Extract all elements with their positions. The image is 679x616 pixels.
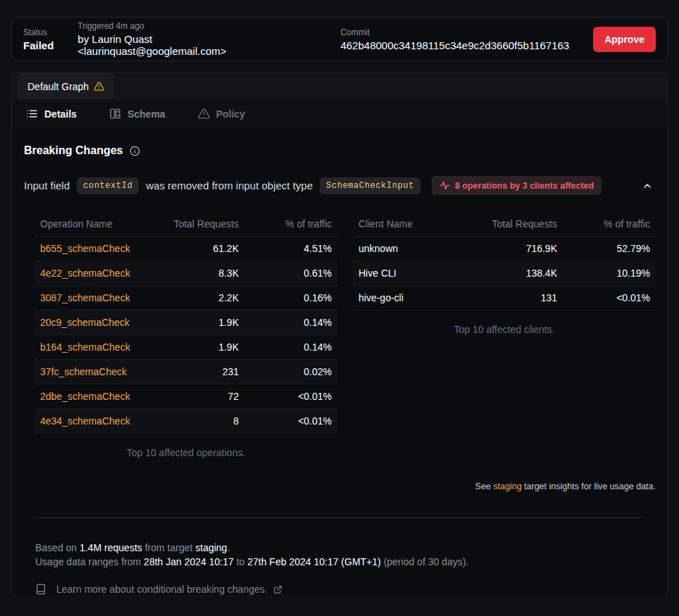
list-icon xyxy=(26,108,38,120)
usage-tables: Operation Name Total Requests % of traff… xyxy=(24,212,656,458)
table-row: 20c9_schemaCheck 1.9K 0.14% xyxy=(35,310,337,335)
requests-cell: 8 xyxy=(160,409,244,434)
traffic-cell: 0.16% xyxy=(244,286,337,310)
change-type-code: SchemaCheckInput xyxy=(320,177,421,194)
see-text-pre: See xyxy=(475,482,491,491)
traffic-cell: 4.51% xyxy=(244,237,337,261)
breaking-change-row[interactable]: Input field contextId was removed from i… xyxy=(24,176,656,195)
change-text-middle: was removed from input object type xyxy=(146,180,313,191)
operations-column: Operation Name Total Requests % of traff… xyxy=(35,212,337,458)
col-traffic: % of traffic xyxy=(563,212,656,237)
operations-header-row: Operation Name Total Requests % of traff… xyxy=(35,212,337,237)
chevron-up-icon[interactable] xyxy=(642,180,653,191)
requests-cell: 1.9K xyxy=(160,335,244,360)
col-client-name: Client Name xyxy=(353,212,478,237)
tab-policy[interactable]: Policy xyxy=(198,108,245,120)
breaking-changes-header: Breaking Changes xyxy=(24,144,656,157)
tab-default-graph[interactable]: Default Graph xyxy=(18,73,114,99)
triggered-label: Triggered 4m ago xyxy=(77,21,299,31)
change-field-code: contextId xyxy=(77,177,139,194)
traffic-cell: 10.19% xyxy=(563,261,656,286)
affected-operations-badge[interactable]: 8 operations by 3 clients affected xyxy=(432,176,602,195)
table-row: b655_schemaCheck 61.2K 4.51% xyxy=(35,237,337,261)
traffic-cell: 0.61% xyxy=(244,261,337,286)
tab-policy-label: Policy xyxy=(216,108,245,120)
col-traffic: % of traffic xyxy=(244,212,337,237)
range-to-text: to xyxy=(237,556,245,567)
schema-icon xyxy=(109,108,121,120)
operation-link[interactable]: 4e22_schemaCheck xyxy=(40,268,130,279)
info-circle-icon xyxy=(130,146,140,156)
operation-link[interactable]: b655_schemaCheck xyxy=(40,243,130,254)
operation-link[interactable]: 2dbe_schemaCheck xyxy=(40,391,130,402)
see-text-post: target insights for live usage data. xyxy=(524,482,656,491)
range-end-date: 27th Feb 2024 10:17 (GMT+1) xyxy=(247,556,381,567)
date-range-line: Usage data ranges from 28th Jan 2024 10:… xyxy=(35,555,656,569)
graph-tabstrip: Default Graph xyxy=(12,73,667,99)
breaking-changes-title: Breaking Changes xyxy=(24,144,123,157)
table-row: 4e34_schemaCheck 8 <0.01% xyxy=(35,409,337,434)
clients-note: Top 10 affected clients. xyxy=(353,324,656,335)
table-row: 4e22_schemaCheck 8.3K 0.61% xyxy=(35,261,337,286)
triggered-block: Triggered 4m ago by Laurin Quast <laurin… xyxy=(77,21,299,57)
learn-more-label: Learn more about conditional breaking ch… xyxy=(56,584,268,595)
clients-header-row: Client Name Total Requests % of traffic xyxy=(353,212,656,237)
requests-cell: 231 xyxy=(160,360,244,384)
change-text-prefix: Input field xyxy=(24,180,70,191)
table-row: hive-go-cli 131 <0.01% xyxy=(353,286,656,310)
range-text-pre: Usage data ranges from xyxy=(35,556,141,567)
operations-table: Operation Name Total Requests % of traff… xyxy=(35,212,337,434)
col-total-requests: Total Requests xyxy=(160,212,244,237)
col-operation-name: Operation Name xyxy=(35,212,160,237)
col-total-requests: Total Requests xyxy=(478,212,563,237)
client-name-cell: Hive CLI xyxy=(353,261,478,286)
commit-label: Commit xyxy=(340,27,569,37)
table-row: unknown 716.9K 52.79% xyxy=(353,237,656,261)
status-block: Status Failed xyxy=(23,27,54,51)
table-row: 2dbe_schemaCheck 72 <0.01% xyxy=(35,384,337,409)
section-tabs: Details Schema xyxy=(12,99,667,128)
requests-cell: 716.9K xyxy=(478,237,563,261)
learn-more-link[interactable]: Learn more about conditional breaking ch… xyxy=(35,584,656,595)
requests-count: 1.4M requests xyxy=(80,542,142,553)
tab-details-label: Details xyxy=(44,108,77,120)
top-bar: Status Failed Triggered 4m ago by Laurin… xyxy=(11,17,668,61)
approve-button[interactable]: Approve xyxy=(593,27,656,52)
requests-cell: 8.3K xyxy=(160,261,244,286)
based-on-line: Based on 1.4M requests from target stagi… xyxy=(35,541,656,555)
range-start-date: 28th Jan 2024 10:17 xyxy=(144,556,234,567)
affected-badge-label: 8 operations by 3 clients affected xyxy=(455,181,594,191)
period-dot: . xyxy=(227,542,230,553)
requests-cell: 1.9K xyxy=(160,310,244,335)
based-on-text: Based on xyxy=(35,542,77,553)
tab-details[interactable]: Details xyxy=(26,108,77,120)
external-link-icon xyxy=(273,585,282,594)
pulse-icon xyxy=(440,180,450,191)
requests-cell: 61.2K xyxy=(160,237,244,261)
operation-link[interactable]: 4e34_schemaCheck xyxy=(40,415,130,427)
operation-link[interactable]: 3087_schemaCheck xyxy=(40,292,130,303)
staging-target-link[interactable]: staging xyxy=(493,482,521,491)
table-row: 3087_schemaCheck 2.2K 0.16% xyxy=(35,286,337,310)
main-panel: Default Graph Details xyxy=(11,73,668,595)
book-icon xyxy=(35,584,46,595)
client-name-cell: hive-go-cli xyxy=(353,286,478,310)
traffic-cell: 0.14% xyxy=(244,310,337,335)
traffic-cell: <0.01% xyxy=(244,409,337,434)
operation-link[interactable]: b164_schemaCheck xyxy=(40,341,130,353)
tab-schema-label: Schema xyxy=(127,108,166,120)
alert-triangle-icon xyxy=(198,108,210,120)
operation-link[interactable]: 37fc_schemaCheck xyxy=(40,366,127,377)
traffic-cell: 52.79% xyxy=(563,237,656,261)
target-name: staging xyxy=(195,542,227,553)
client-name-cell: unknown xyxy=(353,237,478,261)
operation-link[interactable]: 20c9_schemaCheck xyxy=(40,317,130,328)
table-row: 37fc_schemaCheck 231 0.02% xyxy=(35,360,337,384)
status-value: Failed xyxy=(23,39,54,51)
range-period-text: (period of 30 days). xyxy=(384,556,469,567)
table-row: b164_schemaCheck 1.9K 0.14% xyxy=(35,335,337,360)
commit-block: Commit 462b48000c34198115c34e9c2d3660f5b… xyxy=(340,27,569,51)
tab-schema[interactable]: Schema xyxy=(109,108,166,120)
table-row: Hive CLI 138.4K 10.19% xyxy=(353,261,656,286)
operations-note: Top 10 affected operations. xyxy=(35,447,337,458)
